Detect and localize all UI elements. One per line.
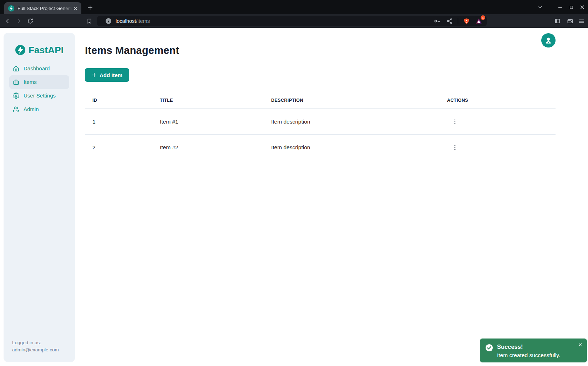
table-header-row: ID TITLE DESCRIPTION ACTIONS — [85, 92, 556, 109]
cell-id: 1 — [85, 119, 152, 125]
cell-id: 2 — [85, 144, 152, 151]
browser-tab[interactable]: Full Stack Project Genera — [4, 2, 81, 14]
home-icon — [13, 65, 19, 72]
main-content: Items Management Add Item ID TITLE DESCR… — [75, 28, 588, 366]
rewards-badge: 1 — [481, 15, 485, 20]
tab-search-chevron-icon[interactable] — [536, 3, 544, 11]
kebab-menu-icon — [452, 119, 458, 125]
fastapi-logo-icon — [15, 45, 26, 55]
brave-rewards-icon[interactable]: 1 — [475, 17, 483, 25]
user-menu-button[interactable] — [541, 33, 556, 47]
sidebar-item-admin[interactable]: Admin — [9, 102, 69, 116]
forward-icon[interactable] — [14, 16, 24, 26]
row-actions-button[interactable] — [447, 140, 463, 155]
cell-description: Item description — [264, 119, 440, 125]
column-header-description: DESCRIPTION — [264, 98, 440, 103]
column-header-actions: ACTIONS — [440, 98, 556, 103]
minimize-button[interactable] — [556, 3, 564, 11]
site-info-icon[interactable] — [106, 18, 111, 24]
sidebar-item-user-settings[interactable]: User Settings — [9, 89, 69, 102]
row-actions-button[interactable] — [447, 115, 463, 129]
logged-in-email: admin@example.com — [12, 346, 59, 354]
toolbar-divider — [458, 18, 458, 24]
toast-text: Success! Item created successfully. — [497, 343, 560, 359]
sidebar-item-label: User Settings — [24, 92, 56, 99]
cell-actions — [440, 115, 556, 129]
tab-title: Full Stack Project Genera — [17, 6, 72, 11]
cell-title: Item #1 — [152, 119, 264, 125]
column-header-id: ID — [85, 98, 152, 103]
toast-close-icon[interactable] — [577, 341, 584, 348]
page-viewport: FastAPI Dashboard Items — [0, 28, 588, 366]
browser-window: Full Stack Project Genera — [0, 0, 588, 366]
table-row: 2 Item #2 Item description — [85, 135, 556, 160]
bookmark-icon[interactable] — [85, 16, 94, 26]
wallet-icon[interactable] — [566, 16, 575, 26]
toast-title: Success! — [497, 343, 560, 351]
sidebar-item-dashboard[interactable]: Dashboard — [9, 62, 69, 75]
items-table: ID TITLE DESCRIPTION ACTIONS 1 Item #1 I… — [85, 92, 556, 160]
window-controls — [536, 0, 587, 14]
url-path: /items — [136, 18, 150, 24]
browser-toolbar: localhost/items 1 — [0, 14, 588, 28]
cell-title: Item #2 — [152, 144, 264, 151]
cell-actions — [440, 140, 556, 155]
success-toast: Success! Item created successfully. — [480, 339, 587, 362]
close-window-button[interactable] — [578, 3, 587, 11]
url-host: localhost — [116, 18, 136, 24]
page-title: Items Management — [85, 45, 588, 56]
add-item-label: Add Item — [100, 72, 122, 78]
url-text: localhost/items — [116, 18, 429, 24]
back-icon[interactable] — [3, 16, 12, 26]
url-bar[interactable]: localhost/items 1 — [97, 16, 487, 26]
user-avatar-icon — [544, 36, 553, 45]
briefcase-icon — [13, 79, 19, 85]
toast-message: Item created successfully. — [497, 351, 560, 359]
sidebar-item-label: Dashboard — [24, 65, 50, 72]
plus-icon — [92, 72, 97, 77]
maximize-button[interactable] — [567, 3, 576, 11]
sidebar-item-label: Items — [24, 79, 37, 85]
sidebar-item-items[interactable]: Items — [9, 75, 69, 89]
table-row: 1 Item #1 Item description — [85, 109, 556, 135]
menu-icon[interactable] — [577, 16, 586, 26]
fastapi-logo: FastAPI — [4, 44, 75, 56]
sidebar-toggle-icon[interactable] — [553, 16, 562, 26]
gear-icon — [13, 92, 19, 99]
key-icon[interactable] — [433, 17, 441, 25]
tab-bar: Full Stack Project Genera — [0, 0, 588, 14]
logged-in-footer: Logged in as: admin@example.com — [12, 339, 59, 354]
tab-close-icon[interactable] — [72, 5, 78, 11]
brave-shield-icon[interactable] — [462, 17, 471, 25]
sidebar-item-label: Admin — [24, 106, 39, 112]
new-tab-button[interactable] — [85, 3, 95, 12]
share-icon[interactable] — [445, 17, 454, 25]
sidebar: FastAPI Dashboard Items — [4, 33, 75, 362]
sidebar-nav: Dashboard Items User Settings — [4, 62, 75, 116]
cell-description: Item description — [264, 144, 440, 151]
fastapi-favicon-icon — [8, 5, 15, 12]
logo-text: FastAPI — [29, 45, 64, 56]
logged-in-label: Logged in as: — [12, 339, 59, 346]
reload-icon[interactable] — [26, 16, 35, 26]
users-icon — [13, 106, 19, 112]
check-circle-icon — [485, 344, 493, 352]
column-header-title: TITLE — [152, 98, 264, 103]
add-item-button[interactable]: Add Item — [85, 68, 129, 82]
kebab-menu-icon — [452, 144, 458, 151]
